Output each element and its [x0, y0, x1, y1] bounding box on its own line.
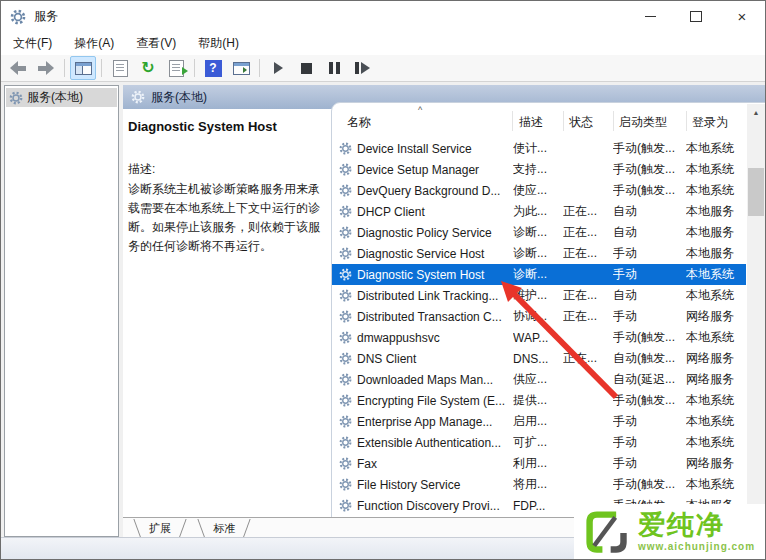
table-row[interactable]: Diagnostic System Host 诊断... 手动 本地系统: [332, 264, 746, 285]
service-gear-icon: [339, 457, 352, 470]
services-pane: 服务(本地) Diagnostic System Host 描述: 诊断系统主机…: [123, 85, 766, 540]
back-button[interactable]: [5, 56, 31, 80]
service-name-cell: Diagnostic Service Host: [332, 247, 513, 261]
help-button[interactable]: ?: [200, 56, 226, 80]
service-gear-icon: [339, 415, 352, 428]
service-description-cell: 支持...: [513, 161, 563, 178]
menu-view[interactable]: 查看(V): [126, 32, 186, 55]
service-startup-type-cell: 自动(延迟...: [613, 371, 686, 388]
service-description-cell: 协调...: [513, 308, 563, 325]
service-logon-cell: 本地系统: [686, 476, 744, 493]
service-description-cell: FDP...: [513, 499, 563, 513]
service-description-cell: 诊断...: [513, 245, 563, 262]
service-logon-cell: 网络服务: [686, 371, 744, 388]
scroll-up-icon[interactable]: ▲: [747, 104, 765, 121]
refresh-icon: ↻: [141, 60, 154, 76]
column-header-startup-type[interactable]: 启动类型: [619, 114, 667, 131]
export-list-icon: [169, 60, 184, 77]
service-logon-cell: 本地服务: [686, 245, 744, 262]
column-header-name[interactable]: 名称: [347, 114, 371, 131]
service-description-cell: 启用...: [513, 413, 563, 430]
service-name-cell: File History Service: [332, 478, 513, 492]
service-startup-type-cell: 手动: [613, 434, 686, 451]
service-startup-type-cell: 自动: [613, 287, 686, 304]
service-gear-icon: [339, 289, 352, 302]
toolbar: ↻ ?: [1, 55, 765, 82]
service-status-cell: 正在...: [563, 203, 613, 220]
stop-icon: [301, 63, 312, 74]
service-status-cell: 正在...: [563, 224, 613, 241]
table-row[interactable]: File History Service 将用... 手动(触发... 本地系统: [332, 474, 746, 495]
service-startup-type-cell: 手动: [613, 413, 686, 430]
table-row[interactable]: DevQuery Background D... 使应... 手动(触发... …: [332, 180, 746, 201]
menu-help[interactable]: 帮助(H): [188, 32, 249, 55]
column-divider: [686, 111, 687, 131]
service-name-cell: Diagnostic System Host: [332, 268, 513, 282]
minimize-icon: [645, 16, 656, 17]
service-logon-cell: 本地服务: [686, 224, 744, 241]
service-name-cell: Enterprise App Manage...: [332, 415, 513, 429]
service-startup-type-cell: 手动(触发...: [613, 182, 686, 199]
table-row[interactable]: Device Install Service 使计... 手动(触发... 本地…: [332, 138, 746, 159]
show-hide-action-pane-button[interactable]: [228, 56, 254, 80]
close-button[interactable]: ×: [719, 1, 765, 32]
start-service-button[interactable]: [265, 56, 291, 80]
show-hide-console-tree-button[interactable]: [70, 56, 96, 80]
menu-bar: 文件(F) 操作(A) 查看(V) 帮助(H): [1, 32, 765, 56]
table-row[interactable]: Enterprise App Manage... 启用... 手动 本地系统: [332, 411, 746, 432]
table-row[interactable]: Device Setup Manager 支持... 手动(触发... 本地系统: [332, 159, 746, 180]
table-row[interactable]: Diagnostic Service Host 诊断... 正在... 手动 本…: [332, 243, 746, 264]
service-logon-cell: 网络服务: [686, 308, 744, 325]
service-logon-cell: 本地系统: [686, 266, 744, 283]
table-row[interactable]: Extensible Authentication... 可扩... 手动 本地…: [332, 432, 746, 453]
play-icon: [274, 62, 283, 74]
service-gear-icon: [339, 163, 352, 176]
table-row[interactable]: Fax 利用... 手动 网络服务: [332, 453, 746, 474]
tab-extended[interactable]: 扩展: [137, 519, 183, 539]
properties-button[interactable]: [107, 56, 133, 80]
service-description-cell: 利用...: [513, 455, 563, 472]
table-row[interactable]: Downloaded Maps Man... 供应... 自动(延迟... 网络…: [332, 369, 746, 390]
tab-standard[interactable]: 标准: [201, 519, 247, 539]
tree-item-services-local[interactable]: 服务(本地): [6, 88, 117, 107]
console-tree-icon: [75, 62, 92, 75]
table-row[interactable]: Encrypting File System (E... 提供... 手动(触发…: [332, 390, 746, 411]
vertical-scrollbar[interactable]: ▲ ▼: [747, 104, 765, 517]
table-row[interactable]: Distributed Transaction C... 协调... 正在...…: [332, 306, 746, 327]
service-gear-icon: [339, 268, 352, 281]
description-text: 诊断系统主机被诊断策略服务用来承载需要在本地系统上下文中运行的诊断。如果停止该服…: [128, 180, 326, 256]
table-row[interactable]: DHCP Client 为此... 正在... 自动 本地服务: [332, 201, 746, 222]
forward-icon: [38, 61, 54, 75]
export-list-button[interactable]: [163, 56, 189, 80]
pause-service-button[interactable]: [321, 56, 347, 80]
forward-button[interactable]: [33, 56, 59, 80]
service-description-cell: 使计...: [513, 140, 563, 157]
table-row[interactable]: Diagnostic Policy Service 诊断... 正在... 自动…: [332, 222, 746, 243]
service-logon-cell: 本地服务: [686, 203, 744, 220]
column-header-status[interactable]: 状态: [569, 114, 593, 131]
service-name-cell: Function Discovery Provi...: [332, 499, 513, 513]
table-row[interactable]: dmwappushsvc WAP... 手动(触发... 本地系统: [332, 327, 746, 348]
aichunjing-logo-icon: [584, 510, 630, 554]
service-description-cell: 供应...: [513, 371, 563, 388]
menu-action[interactable]: 操作(A): [64, 32, 124, 55]
service-description-cell: 维护...: [513, 287, 563, 304]
watermark-brand: 爱纯净: [638, 512, 755, 539]
service-logon-cell: 本地系统: [686, 161, 744, 178]
restart-service-button[interactable]: [349, 56, 375, 80]
service-logon-cell: 网络服务: [686, 350, 744, 367]
service-gear-icon: [339, 310, 352, 323]
minimize-button[interactable]: [627, 1, 673, 32]
service-gear-icon: [339, 478, 352, 491]
column-header-description[interactable]: 描述: [519, 114, 543, 131]
service-startup-type-cell: 手动: [613, 245, 686, 262]
table-row[interactable]: Distributed Link Tracking... 维护... 正在...…: [332, 285, 746, 306]
maximize-button[interactable]: [673, 1, 719, 32]
table-row[interactable]: DNS Client DNS... 正在... 自动(触发... 网络服务: [332, 348, 746, 369]
stop-service-button[interactable]: [293, 56, 319, 80]
service-logon-cell: 本地系统: [686, 182, 744, 199]
column-header-logon-as[interactable]: 登录为: [692, 114, 728, 131]
refresh-button[interactable]: ↻: [135, 56, 161, 80]
scrollbar-thumb[interactable]: [748, 168, 764, 216]
menu-file[interactable]: 文件(F): [3, 32, 62, 55]
